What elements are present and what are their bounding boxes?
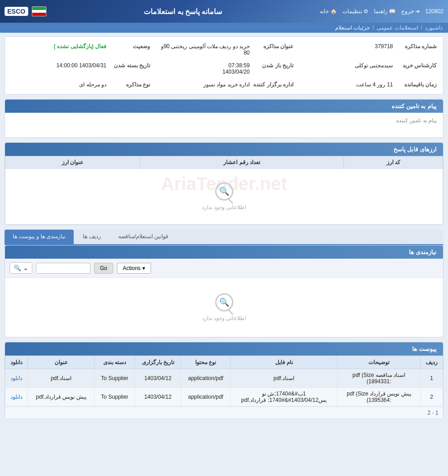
purchase-expert-label: کارشناس خرید <box>396 62 437 69</box>
needs-no-data-text: اطلاعاتی وجود ندارد <box>202 315 247 321</box>
attach-col-content-type: نوع محتوا <box>181 356 231 369</box>
needs-search-input[interactable] <box>36 263 91 274</box>
inquiry-title-item: عنوان مذاکره خرید دو ردیف ملات آلومینی ر… <box>155 41 293 58</box>
attach-col-download: دانلود <box>5 356 28 369</box>
iran-flag-icon <box>32 6 46 16</box>
home-icon: 🏠 <box>330 8 337 15</box>
settings-nav[interactable]: ⚙ تنظیمات <box>342 8 368 15</box>
actions-button[interactable]: ▾ Actions <box>117 263 151 274</box>
search-glass-icon: 🔍 <box>14 265 21 271</box>
attach-row-1-filename: اسناد.pdf <box>230 369 337 388</box>
needs-section: نیازمندی ها ▾ Actions Go ⌄ 🔍 🔍 اطلاعاتی … <box>5 245 443 337</box>
attach-col-title: عنوان <box>28 356 95 369</box>
attachments-section: پیوست ها ردیف توضیحات نام فایل نوع محتوا… <box>5 342 443 419</box>
header-nav: 120802 ➜ خروج 📖 راهنما ⚙ تنظیمات 🏠 خانه <box>320 8 443 15</box>
open-date-label: تاریخ باز شدن <box>252 62 293 69</box>
breadcrumb-inquiries[interactable]: استعلامات عمومی <box>377 25 418 31</box>
tab-rows[interactable]: ردیف ها <box>75 230 109 244</box>
esco-logo: ESCO <box>5 7 28 16</box>
currency-col-decimal: تعداد رقم اعشار <box>140 156 344 169</box>
breadcrumb-home[interactable]: داشبورد <box>425 25 443 31</box>
inquiry-title-label: عنوان مذاکره <box>252 43 293 50</box>
inquiry-number-item: شماره مذاکره 379718 <box>298 41 437 58</box>
attach-row-1-title: اسناد.pdf <box>28 369 95 388</box>
home-nav[interactable]: 🏠 خانه <box>320 8 337 15</box>
tab-needs-attachments[interactable]: نیازمندی ها و پیوست ها <box>5 230 74 244</box>
inquiry-status-label: وضعیت <box>109 43 150 50</box>
currency-col-title: عنوان ارز <box>5 156 140 169</box>
inquiry-info-card: شماره مذاکره 379718 عنوان مذاکره خرید دو… <box>5 36 443 95</box>
search-icon: ⌄ <box>23 265 28 271</box>
attach-row-2-download[interactable]: دانلود <box>5 388 28 406</box>
needs-no-data: 🔍 اطلاعاتی وجود ندارد <box>11 282 437 332</box>
currencies-no-data: 🔍 اطلاعاتی وجود ندارد <box>5 169 443 225</box>
attach-row-1-num: 1 <box>420 369 443 388</box>
organizer-label: اداره برگزار کننده <box>252 81 293 88</box>
currency-col-code: کد ارز <box>344 156 443 169</box>
remaining-time-item: زمان باقیمانده 11 روز 4 ساعت <box>298 80 437 90</box>
attach-row-2-content-type: application/pdf <box>181 388 231 406</box>
open-date-value: 07:38:59 1403/04/20 <box>155 62 250 75</box>
inquiry-status-value: فعال (بازگشایی نشده ) <box>11 43 106 50</box>
organizer-item: اداره برگزار کننده اداره خرید مواد نسوز <box>155 80 293 90</box>
attach-row-2: 2 پیش نویس قرارداد pdf (Size :1395364) 1… <box>5 388 443 406</box>
attachments-header: پیوست ها <box>5 342 443 356</box>
guide-nav[interactable]: 📖 راهنما <box>374 8 396 15</box>
supplier-message-section: پیام به تامین کننده پیام به تامین کننده <box>5 99 443 138</box>
organizer-value: اداره خرید مواد نسوز <box>155 81 250 88</box>
breadcrumb-current: جزئیات استعلام <box>335 25 370 31</box>
close-date-value: 1403/04/31 14:00:00 <box>11 62 106 69</box>
supplier-message-header: پیام به تامین کننده <box>5 100 443 113</box>
purchase-expert-item: کارشناس خرید سیدمجتبی توکلی <box>298 60 437 77</box>
attach-row-1-content-type: application/pdf <box>181 369 231 388</box>
attach-col-category: دسته بندی <box>95 356 135 369</box>
supplier-message-value <box>11 124 437 133</box>
attachments-table: ردیف توضیحات نام فایل نوع محتوا تاریخ با… <box>5 356 443 406</box>
settings-icon: ⚙ <box>363 8 368 15</box>
attach-row-2-upload-date: 1403/04/12 <box>135 388 181 406</box>
breadcrumb-sep-2: / <box>372 25 374 31</box>
currencies-header: ارزهای قابل پاسخ <box>5 143 443 156</box>
tab-rules[interactable]: قوانین استعلام/مناقصه <box>110 230 177 244</box>
tab-bar: نیازمندی ها و پیوست ها ردیف ها قوانین اس… <box>5 230 443 245</box>
needs-header: نیازمندی ها <box>5 246 443 259</box>
negotiation-type-label: نوع مذاکره <box>109 81 150 88</box>
currencies-section: ارزهای قابل پاسخ AriaTender.net کد ارز ت… <box>5 142 443 225</box>
breadcrumb: داشبورد / استعلامات عمومی / جزئیات استعل… <box>0 23 448 33</box>
currencies-body: AriaTender.net کد ارز تعداد رقم اعشار عن… <box>5 156 443 225</box>
needs-no-data-icon: 🔍 <box>215 293 233 311</box>
attach-row-2-num: 2 <box>420 388 443 406</box>
inquiry-number-value: 379718 <box>298 43 393 50</box>
attach-row-1: 1 اسناد مناقصه pdf (Size :1894331) اسناد… <box>5 369 443 388</box>
attach-row-1-upload-date: 1403/04/12 <box>135 369 181 388</box>
attach-row-1-download-link[interactable]: دانلود <box>10 375 22 381</box>
attach-row-2-filename: 1ب#&#1740;ش نو یس1403/04/12#&#1740; قرار… <box>230 388 337 406</box>
attach-row-2-download-link[interactable]: دانلود <box>10 394 22 400</box>
user-id: 120802 <box>425 8 443 15</box>
header-title: سامانه پاسخ به استعلامات <box>144 7 222 16</box>
logout-nav[interactable]: ➜ خروج <box>401 8 420 15</box>
go-button[interactable]: Go <box>94 263 113 274</box>
attach-row-1-category: To Supplier <box>95 369 135 388</box>
remaining-time-value: 11 روز 4 ساعت <box>298 81 393 88</box>
currencies-no-data-text: اطلاعاتی وجود ندارد <box>202 204 247 210</box>
no-data-search-icon: 🔍 <box>215 182 233 200</box>
needs-search-button[interactable]: ⌄ 🔍 <box>10 262 32 274</box>
attach-col-desc: توضیحات <box>337 356 420 369</box>
top-header: 120802 ➜ خروج 📖 راهنما ⚙ تنظیمات 🏠 خانه … <box>0 0 448 23</box>
open-date-item: تاریخ باز شدن 07:38:59 1403/04/20 <box>155 60 293 77</box>
currencies-table: کد ارز تعداد رقم اعشار عنوان ارز 🔍 اطلاع… <box>5 156 443 225</box>
negotiation-type-value: دو مرحله ای <box>11 81 106 88</box>
needs-toolbar: ▾ Actions Go ⌄ 🔍 <box>5 259 443 278</box>
logout-icon: ➜ <box>415 8 420 15</box>
main-content: شماره مذاکره 379718 عنوان مذاکره خرید دو… <box>0 33 448 427</box>
close-date-label: تاریخ بسته شدن <box>109 62 150 69</box>
attach-row-2-desc: پیش نویس قرارداد pdf (Size :1395364) <box>337 388 420 406</box>
purchase-expert-value: سیدمجتبی توکلی <box>298 62 393 69</box>
attach-col-filename: نام فایل <box>230 356 337 369</box>
attach-row-1-download[interactable]: دانلود <box>5 369 28 388</box>
attach-row-1-desc: اسناد مناقصه pdf (Size :1894331) <box>337 369 420 388</box>
chevron-down-icon: ▾ <box>142 265 145 271</box>
attach-row-2-title: پیش نویس قرارداد.pdf <box>28 388 95 406</box>
inquiry-status-item: وضعیت فعال (بازگشایی نشده ) <box>11 41 150 58</box>
